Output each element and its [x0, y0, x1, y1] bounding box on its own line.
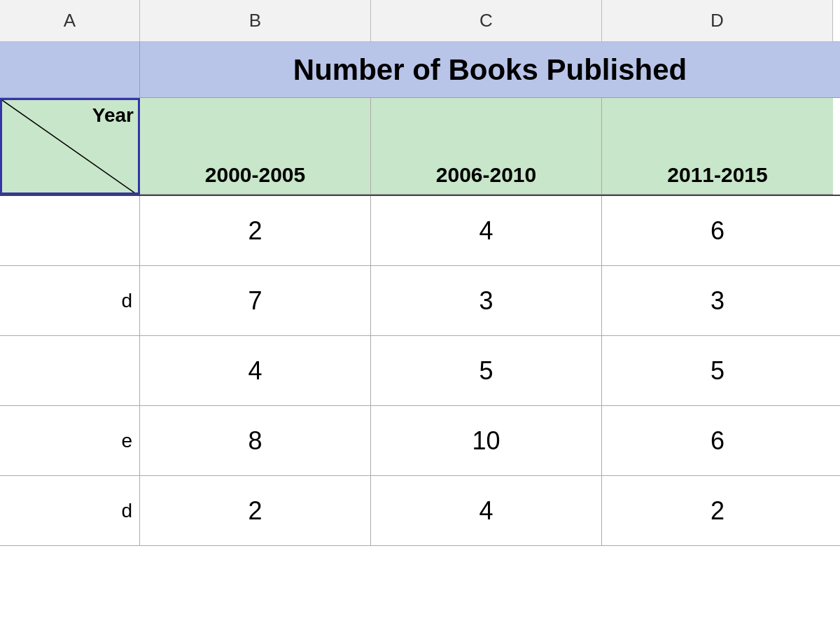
- spreadsheet: A B C D Number of Books Published Year: [0, 0, 840, 630]
- table-body: Number of Books Published Year 2000-2005…: [0, 42, 840, 546]
- data-cell-col1[interactable]: 2: [140, 476, 371, 545]
- row-label[interactable]: d: [0, 266, 140, 335]
- header-col3[interactable]: 2011-2015: [602, 98, 833, 195]
- data-cell-col2[interactable]: 5: [371, 336, 602, 405]
- header-col1[interactable]: 2000-2005: [140, 98, 371, 195]
- data-cell-col3[interactable]: 6: [602, 406, 833, 475]
- data-cell-col2[interactable]: 10: [371, 406, 602, 475]
- title-cell: Number of Books Published: [140, 42, 840, 97]
- data-cell-col1[interactable]: 8: [140, 406, 371, 475]
- data-cell-col3[interactable]: 2: [602, 476, 833, 545]
- header-row: Year 2000-2005 2006-2010 2011-2015: [0, 98, 840, 196]
- data-cell-col2[interactable]: 3: [371, 266, 602, 335]
- header-col3-label: 2011-2015: [667, 163, 767, 187]
- header-left-cell[interactable]: Year: [0, 98, 140, 195]
- data-cell-col2[interactable]: 4: [371, 196, 602, 265]
- col-header-d: D: [602, 0, 833, 41]
- header-col2[interactable]: 2006-2010: [371, 98, 602, 195]
- row-label[interactable]: d: [0, 476, 140, 545]
- row-label[interactable]: e: [0, 406, 140, 475]
- table-row: e8106: [0, 406, 840, 476]
- col-header-b: B: [140, 0, 371, 41]
- data-cell-col3[interactable]: 3: [602, 266, 833, 335]
- data-cell-col2[interactable]: 4: [371, 476, 602, 545]
- row-label[interactable]: [0, 196, 140, 265]
- data-cell-col1[interactable]: 2: [140, 196, 371, 265]
- table-row: d242: [0, 476, 840, 546]
- year-label: Year: [92, 104, 134, 127]
- data-rows-container: 246d733455e8106d242: [0, 196, 840, 546]
- data-cell-col1[interactable]: 7: [140, 266, 371, 335]
- data-cell-col3[interactable]: 6: [602, 196, 833, 265]
- title-spacer: [0, 42, 140, 97]
- table-row: 246: [0, 196, 840, 266]
- table-row: d733: [0, 266, 840, 336]
- row-label[interactable]: [0, 336, 140, 405]
- data-cell-col1[interactable]: 4: [140, 336, 371, 405]
- column-headers: A B C D: [0, 0, 840, 42]
- header-col1-label: 2000-2005: [205, 163, 305, 187]
- table-row: 455: [0, 336, 840, 406]
- header-col2-label: 2006-2010: [436, 163, 536, 187]
- table-title: Number of Books Published: [293, 53, 687, 87]
- col-header-a: A: [0, 0, 140, 41]
- col-header-c: C: [371, 0, 602, 41]
- title-row: Number of Books Published: [0, 42, 840, 98]
- data-cell-col3[interactable]: 5: [602, 336, 833, 405]
